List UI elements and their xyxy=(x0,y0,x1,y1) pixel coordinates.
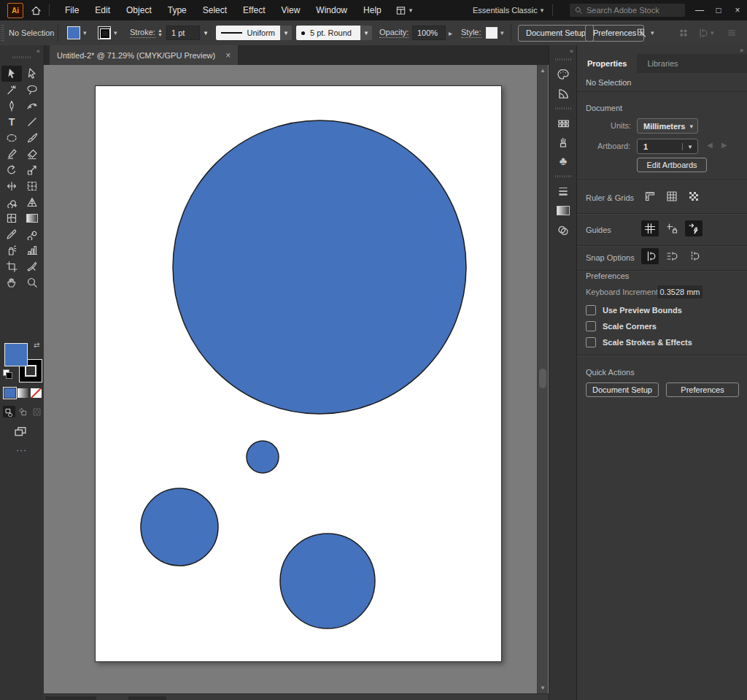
color-panel-button[interactable] xyxy=(549,65,577,84)
menu-edit[interactable]: Edit xyxy=(87,5,118,15)
panel-group-grip[interactable] xyxy=(555,58,571,61)
smart-guides-button[interactable] xyxy=(685,220,703,236)
artboard-dropdown[interactable]: 1▾ xyxy=(637,139,698,154)
width-profile-dropdown[interactable]: Uniform xyxy=(216,26,280,40)
swatches-panel-button[interactable] xyxy=(549,114,577,133)
checkbox-use-preview-bounds[interactable] xyxy=(586,305,596,315)
chevron-down-icon[interactable]: ▾ xyxy=(114,29,117,36)
panel-group-grip[interactable] xyxy=(555,107,571,109)
stroke-weight-field[interactable]: 1 pt xyxy=(166,26,200,40)
artwork-circle[interactable] xyxy=(280,534,375,628)
draw-behind-mode[interactable] xyxy=(17,406,29,418)
snap-to-point-button[interactable] xyxy=(641,248,659,264)
tab-properties[interactable]: Properties xyxy=(577,54,637,73)
symbols-panel-button[interactable]: ♣ xyxy=(549,152,577,171)
stroke-label[interactable]: Stroke: xyxy=(130,28,155,38)
collapse-tools-icon[interactable]: « xyxy=(36,47,40,55)
edit-artboards-button[interactable]: Edit Artboards xyxy=(637,158,707,172)
gradient-tool[interactable] xyxy=(22,210,42,226)
opacity-field[interactable]: 100% xyxy=(412,26,446,40)
magic-wand-tool[interactable] xyxy=(1,82,22,98)
gradient-button[interactable] xyxy=(18,388,28,398)
paintbrush-tool[interactable] xyxy=(22,130,42,146)
show-guides-button[interactable] xyxy=(641,220,659,236)
eraser-tool[interactable] xyxy=(22,146,42,162)
transparency-panel-button[interactable] xyxy=(549,220,577,239)
selection-tool[interactable] xyxy=(1,66,22,82)
chevron-down-icon[interactable]: ▾ xyxy=(83,29,87,36)
hand-tool[interactable] xyxy=(1,274,22,291)
perspective-grid-tool[interactable] xyxy=(22,194,42,210)
snap-options-icon[interactable] xyxy=(697,28,708,39)
artboard-nav-first-prev[interactable]: |◀◀ xyxy=(98,696,115,700)
menu-help[interactable]: Help xyxy=(355,5,390,15)
canvas-area[interactable]: ▲ ▼ xyxy=(44,65,549,693)
collapse-panels-icon[interactable]: » xyxy=(740,47,743,54)
document-setup-button[interactable]: Document Setup xyxy=(518,25,594,42)
close-tab-icon[interactable]: × xyxy=(225,50,231,61)
units-dropdown[interactable]: Millimeters▾ xyxy=(637,118,698,134)
symbol-sprayer-tool[interactable] xyxy=(1,242,22,258)
rotate-tool[interactable] xyxy=(1,162,22,178)
color-button[interactable] xyxy=(4,388,15,398)
minimize-button[interactable]: — xyxy=(690,0,709,20)
panel-grip[interactable] xyxy=(1,25,4,41)
scrollbar-thumb[interactable] xyxy=(539,369,546,388)
lasso-tool[interactable] xyxy=(22,82,42,98)
tab-libraries[interactable]: Libraries xyxy=(637,54,688,73)
swap-fill-stroke-icon[interactable]: ⇄ xyxy=(34,341,39,349)
artboard-nav-next-last[interactable]: ▶▶| xyxy=(165,696,182,700)
fill-proxy-swatch[interactable] xyxy=(4,343,28,366)
fill-color-swatch[interactable] xyxy=(67,26,80,39)
scroll-up-icon[interactable]: ▲ xyxy=(538,67,548,74)
maximize-button[interactable]: □ xyxy=(709,0,728,20)
search-input[interactable]: Search Adobe Stock xyxy=(570,4,685,17)
shaper-tool[interactable] xyxy=(1,146,22,162)
stroke-color-swatch[interactable] xyxy=(98,26,111,39)
artboard-tool[interactable] xyxy=(1,258,22,274)
opacity-label[interactable]: Opacity: xyxy=(379,28,409,38)
next-artboard-icon[interactable]: ▶ xyxy=(721,141,727,149)
lock-guides-button[interactable] xyxy=(663,220,681,236)
grid-button[interactable] xyxy=(663,188,681,204)
default-fill-stroke-icon[interactable] xyxy=(3,369,12,379)
status-menu-icon[interactable]: ▶ xyxy=(338,696,344,700)
transparency-grid-button[interactable] xyxy=(685,188,703,204)
style-swatch[interactable] xyxy=(486,27,498,39)
draw-normal-mode[interactable] xyxy=(3,406,15,418)
tools-grip[interactable] xyxy=(12,56,31,58)
arrange-grid-icon[interactable] xyxy=(678,28,689,38)
panel-group-grip[interactable] xyxy=(555,175,571,177)
ellipse-tool[interactable] xyxy=(1,130,22,146)
menu-effect[interactable]: Effect xyxy=(235,5,273,15)
mesh-tool[interactable] xyxy=(1,210,22,226)
draw-inside-mode[interactable] xyxy=(31,406,43,418)
stroke-weight-dropdown[interactable]: ▾ xyxy=(200,26,212,40)
close-button[interactable]: × xyxy=(728,0,747,20)
eyedropper-tool[interactable] xyxy=(1,226,22,242)
none-button[interactable] xyxy=(31,388,42,398)
column-graph-tool[interactable] xyxy=(22,242,42,258)
home-icon[interactable] xyxy=(31,5,42,16)
menu-select[interactable]: Select xyxy=(195,5,235,15)
panel-menu-icon[interactable] xyxy=(727,28,737,38)
artwork-circle[interactable] xyxy=(247,441,279,473)
stroke-panel-button[interactable] xyxy=(549,182,577,201)
quick-action-document-setup[interactable]: Document Setup xyxy=(586,382,659,397)
menu-view[interactable]: View xyxy=(274,5,309,15)
artboard-number-field[interactable]: 1▾ xyxy=(128,696,166,700)
rulers-button[interactable] xyxy=(641,188,659,204)
gradient-panel-button[interactable] xyxy=(549,201,577,220)
free-transform-tool[interactable] xyxy=(22,178,42,194)
blend-tool[interactable] xyxy=(22,226,42,242)
type-tool[interactable]: T xyxy=(1,114,22,130)
stroke-weight-stepper[interactable]: ▲▼ xyxy=(158,28,163,37)
pen-tool[interactable] xyxy=(1,98,22,114)
menu-type[interactable]: Type xyxy=(160,5,195,15)
prev-artboard-icon[interactable]: ◀ xyxy=(707,141,713,149)
document-tab[interactable]: Untitled-2* @ 71.29% (CMYK/GPU Preview) … xyxy=(50,45,238,65)
artwork-circle[interactable] xyxy=(141,488,218,566)
color-guide-panel-button[interactable] xyxy=(549,84,577,103)
shape-builder-tool[interactable] xyxy=(1,194,22,210)
brush-definition-dropdown[interactable]: 5 pt. Round xyxy=(296,26,360,40)
